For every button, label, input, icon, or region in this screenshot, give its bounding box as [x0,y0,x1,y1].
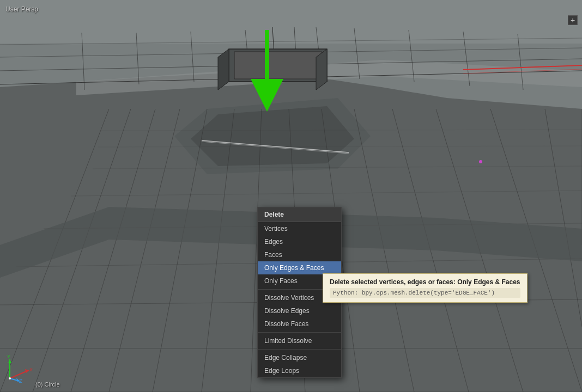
svg-marker-56 [251,79,283,112]
svg-text:X: X [29,367,33,372]
tooltip-box: Delete selected vertices, edges or faces… [323,273,528,303]
menu-separator-2 [258,332,341,333]
svg-marker-61 [8,359,11,363]
menu-separator-3 [258,349,341,350]
menu-item-limited-dissolve[interactable]: Limited Dissolve [258,334,341,347]
viewport-title: User Persp [5,5,38,13]
context-menu-header: Delete [258,207,341,222]
menu-item-dissolve-edges[interactable]: Dissolve Edges [258,304,341,317]
viewport-add-button[interactable]: + [568,15,578,25]
tooltip-value: Only Edges & Faces [457,278,520,286]
menu-item-dissolve-faces[interactable]: Dissolve Faces [258,317,341,330]
crosshair-widget: X Y Z [4,354,34,384]
viewport-status: (0) Circle [35,381,60,388]
menu-item-edges[interactable]: Edges [258,235,341,248]
svg-point-54 [479,160,482,163]
menu-item-vertices[interactable]: Vertices [258,222,341,235]
tooltip-python: Python: bpy.ops.mesh.delete(type='EDGE_F… [330,288,520,298]
menu-item-edge-collapse[interactable]: Edge Collapse [258,351,341,364]
svg-marker-2 [0,0,582,44]
3d-viewport[interactable]: User Persp + X Y Z (0) Circle Delete Ver… [0,0,582,392]
menu-item-faces[interactable]: Faces [258,248,341,261]
menu-item-edge-loops[interactable]: Edge Loops [258,364,341,377]
svg-text:Z: Z [19,378,22,384]
svg-text:Y: Y [7,354,10,359]
svg-point-66 [9,377,11,379]
tooltip-description: Delete selected vertices, edges or faces… [330,278,520,286]
menu-item-only-edges-faces[interactable]: Only Edges & Faces [258,261,341,274]
green-arrow [251,30,283,119]
